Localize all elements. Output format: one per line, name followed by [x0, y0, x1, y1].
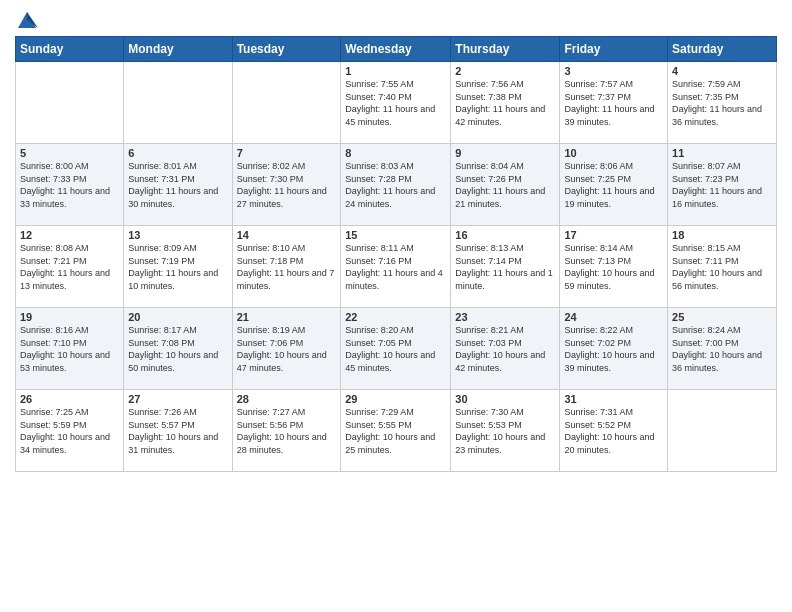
day-number: 7 — [237, 147, 337, 159]
day-cell: 9Sunrise: 8:04 AMSunset: 7:26 PMDaylight… — [451, 144, 560, 226]
week-row-3: 12Sunrise: 8:08 AMSunset: 7:21 PMDayligh… — [16, 226, 777, 308]
day-info: Sunrise: 8:15 AMSunset: 7:11 PMDaylight:… — [672, 242, 772, 292]
day-number: 28 — [237, 393, 337, 405]
day-info: Sunrise: 8:00 AMSunset: 7:33 PMDaylight:… — [20, 160, 119, 210]
day-info: Sunrise: 7:29 AMSunset: 5:55 PMDaylight:… — [345, 406, 446, 456]
day-cell: 27Sunrise: 7:26 AMSunset: 5:57 PMDayligh… — [124, 390, 232, 472]
day-number: 15 — [345, 229, 446, 241]
calendar-table: SundayMondayTuesdayWednesdayThursdayFrid… — [15, 36, 777, 472]
day-cell: 31Sunrise: 7:31 AMSunset: 5:52 PMDayligh… — [560, 390, 668, 472]
day-cell: 16Sunrise: 8:13 AMSunset: 7:14 PMDayligh… — [451, 226, 560, 308]
day-info: Sunrise: 7:26 AMSunset: 5:57 PMDaylight:… — [128, 406, 227, 456]
day-info: Sunrise: 7:56 AMSunset: 7:38 PMDaylight:… — [455, 78, 555, 128]
day-number: 30 — [455, 393, 555, 405]
day-cell: 18Sunrise: 8:15 AMSunset: 7:11 PMDayligh… — [668, 226, 777, 308]
day-cell: 21Sunrise: 8:19 AMSunset: 7:06 PMDayligh… — [232, 308, 341, 390]
day-cell: 1Sunrise: 7:55 AMSunset: 7:40 PMDaylight… — [341, 62, 451, 144]
day-cell: 20Sunrise: 8:17 AMSunset: 7:08 PMDayligh… — [124, 308, 232, 390]
day-info: Sunrise: 7:59 AMSunset: 7:35 PMDaylight:… — [672, 78, 772, 128]
day-cell — [668, 390, 777, 472]
day-cell: 3Sunrise: 7:57 AMSunset: 7:37 PMDaylight… — [560, 62, 668, 144]
weekday-header-saturday: Saturday — [668, 37, 777, 62]
day-number: 11 — [672, 147, 772, 159]
day-number: 14 — [237, 229, 337, 241]
day-number: 10 — [564, 147, 663, 159]
day-number: 23 — [455, 311, 555, 323]
weekday-header-friday: Friday — [560, 37, 668, 62]
day-cell: 25Sunrise: 8:24 AMSunset: 7:00 PMDayligh… — [668, 308, 777, 390]
day-number: 5 — [20, 147, 119, 159]
header — [15, 10, 777, 28]
day-info: Sunrise: 7:25 AMSunset: 5:59 PMDaylight:… — [20, 406, 119, 456]
day-info: Sunrise: 7:30 AMSunset: 5:53 PMDaylight:… — [455, 406, 555, 456]
weekday-header-sunday: Sunday — [16, 37, 124, 62]
logo — [15, 10, 39, 28]
day-number: 26 — [20, 393, 119, 405]
day-number: 4 — [672, 65, 772, 77]
day-info: Sunrise: 7:27 AMSunset: 5:56 PMDaylight:… — [237, 406, 337, 456]
day-info: Sunrise: 8:19 AMSunset: 7:06 PMDaylight:… — [237, 324, 337, 374]
day-info: Sunrise: 8:21 AMSunset: 7:03 PMDaylight:… — [455, 324, 555, 374]
day-number: 22 — [345, 311, 446, 323]
day-number: 1 — [345, 65, 446, 77]
day-number: 18 — [672, 229, 772, 241]
day-cell — [232, 62, 341, 144]
day-number: 24 — [564, 311, 663, 323]
day-cell: 7Sunrise: 8:02 AMSunset: 7:30 PMDaylight… — [232, 144, 341, 226]
calendar-container: SundayMondayTuesdayWednesdayThursdayFrid… — [0, 0, 792, 482]
day-number: 6 — [128, 147, 227, 159]
week-row-4: 19Sunrise: 8:16 AMSunset: 7:10 PMDayligh… — [16, 308, 777, 390]
weekday-header-tuesday: Tuesday — [232, 37, 341, 62]
day-number: 16 — [455, 229, 555, 241]
day-number: 2 — [455, 65, 555, 77]
day-number: 13 — [128, 229, 227, 241]
day-cell: 13Sunrise: 8:09 AMSunset: 7:19 PMDayligh… — [124, 226, 232, 308]
day-info: Sunrise: 8:03 AMSunset: 7:28 PMDaylight:… — [345, 160, 446, 210]
day-cell: 10Sunrise: 8:06 AMSunset: 7:25 PMDayligh… — [560, 144, 668, 226]
day-cell: 2Sunrise: 7:56 AMSunset: 7:38 PMDaylight… — [451, 62, 560, 144]
day-info: Sunrise: 8:10 AMSunset: 7:18 PMDaylight:… — [237, 242, 337, 292]
day-number: 12 — [20, 229, 119, 241]
day-cell: 5Sunrise: 8:00 AMSunset: 7:33 PMDaylight… — [16, 144, 124, 226]
day-cell: 26Sunrise: 7:25 AMSunset: 5:59 PMDayligh… — [16, 390, 124, 472]
weekday-header-row: SundayMondayTuesdayWednesdayThursdayFrid… — [16, 37, 777, 62]
day-cell: 6Sunrise: 8:01 AMSunset: 7:31 PMDaylight… — [124, 144, 232, 226]
day-info: Sunrise: 7:55 AMSunset: 7:40 PMDaylight:… — [345, 78, 446, 128]
day-cell: 8Sunrise: 8:03 AMSunset: 7:28 PMDaylight… — [341, 144, 451, 226]
day-info: Sunrise: 8:20 AMSunset: 7:05 PMDaylight:… — [345, 324, 446, 374]
weekday-header-thursday: Thursday — [451, 37, 560, 62]
week-row-2: 5Sunrise: 8:00 AMSunset: 7:33 PMDaylight… — [16, 144, 777, 226]
day-cell: 29Sunrise: 7:29 AMSunset: 5:55 PMDayligh… — [341, 390, 451, 472]
day-info: Sunrise: 8:01 AMSunset: 7:31 PMDaylight:… — [128, 160, 227, 210]
day-number: 3 — [564, 65, 663, 77]
day-info: Sunrise: 7:31 AMSunset: 5:52 PMDaylight:… — [564, 406, 663, 456]
day-number: 20 — [128, 311, 227, 323]
day-info: Sunrise: 8:22 AMSunset: 7:02 PMDaylight:… — [564, 324, 663, 374]
day-number: 19 — [20, 311, 119, 323]
day-cell: 22Sunrise: 8:20 AMSunset: 7:05 PMDayligh… — [341, 308, 451, 390]
day-number: 9 — [455, 147, 555, 159]
day-number: 29 — [345, 393, 446, 405]
day-info: Sunrise: 8:04 AMSunset: 7:26 PMDaylight:… — [455, 160, 555, 210]
day-number: 25 — [672, 311, 772, 323]
day-cell: 4Sunrise: 7:59 AMSunset: 7:35 PMDaylight… — [668, 62, 777, 144]
week-row-1: 1Sunrise: 7:55 AMSunset: 7:40 PMDaylight… — [16, 62, 777, 144]
day-info: Sunrise: 8:16 AMSunset: 7:10 PMDaylight:… — [20, 324, 119, 374]
day-cell: 30Sunrise: 7:30 AMSunset: 5:53 PMDayligh… — [451, 390, 560, 472]
day-info: Sunrise: 8:11 AMSunset: 7:16 PMDaylight:… — [345, 242, 446, 292]
day-cell: 14Sunrise: 8:10 AMSunset: 7:18 PMDayligh… — [232, 226, 341, 308]
day-cell: 17Sunrise: 8:14 AMSunset: 7:13 PMDayligh… — [560, 226, 668, 308]
weekday-header-monday: Monday — [124, 37, 232, 62]
day-info: Sunrise: 8:02 AMSunset: 7:30 PMDaylight:… — [237, 160, 337, 210]
day-cell: 19Sunrise: 8:16 AMSunset: 7:10 PMDayligh… — [16, 308, 124, 390]
day-info: Sunrise: 8:17 AMSunset: 7:08 PMDaylight:… — [128, 324, 227, 374]
day-info: Sunrise: 8:08 AMSunset: 7:21 PMDaylight:… — [20, 242, 119, 292]
day-number: 31 — [564, 393, 663, 405]
day-info: Sunrise: 8:14 AMSunset: 7:13 PMDaylight:… — [564, 242, 663, 292]
day-info: Sunrise: 8:24 AMSunset: 7:00 PMDaylight:… — [672, 324, 772, 374]
day-cell: 23Sunrise: 8:21 AMSunset: 7:03 PMDayligh… — [451, 308, 560, 390]
day-cell: 15Sunrise: 8:11 AMSunset: 7:16 PMDayligh… — [341, 226, 451, 308]
day-cell: 11Sunrise: 8:07 AMSunset: 7:23 PMDayligh… — [668, 144, 777, 226]
day-cell: 24Sunrise: 8:22 AMSunset: 7:02 PMDayligh… — [560, 308, 668, 390]
day-info: Sunrise: 8:13 AMSunset: 7:14 PMDaylight:… — [455, 242, 555, 292]
